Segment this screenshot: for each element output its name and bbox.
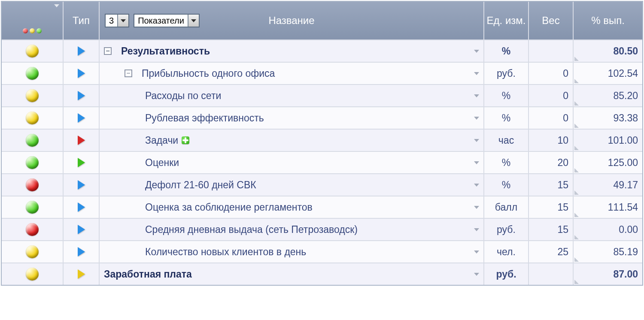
row-name-label: Рублевая эффективность [145, 112, 264, 124]
table-row: Задачичас10101.00 [2, 129, 642, 151]
row-menu-caret-icon[interactable] [474, 161, 479, 164]
type-arrow-icon [78, 180, 85, 190]
pct-value: 85.19 [613, 246, 638, 258]
name-cell[interactable]: Расходы по сети [100, 85, 484, 106]
header-type[interactable]: Тип [64, 2, 100, 39]
row-menu-caret-icon[interactable] [474, 228, 479, 231]
header-weight[interactable]: Вес [529, 2, 574, 39]
type-arrow-icon [78, 247, 85, 257]
row-menu-caret-icon[interactable] [474, 184, 479, 187]
table-row: Оценки%20125.00 [2, 151, 642, 173]
name-cell[interactable]: Дефолт 21-60 дней СВК [100, 174, 484, 196]
resize-handle-icon [574, 57, 579, 61]
unit-label: % [502, 90, 510, 102]
pct-value: 87.00 [613, 269, 638, 280]
row-name-label: Оценки [145, 157, 179, 169]
name-cell[interactable]: Заработная плата [100, 263, 484, 285]
unit-cell: балл [484, 196, 529, 218]
row-name-label: Задачи [145, 134, 178, 147]
resize-handle-icon [574, 146, 579, 150]
pct-value: 93.38 [613, 112, 638, 124]
row-name-label: Результативность [121, 45, 210, 57]
row-name-label: Расходы по сети [145, 90, 221, 102]
set-select[interactable]: Показатели [134, 14, 200, 27]
status-orb-icon [26, 201, 39, 214]
status-cell [2, 107, 64, 129]
row-menu-caret-icon[interactable] [474, 117, 479, 120]
row-name-label: Прибыльность одного офиса [142, 67, 275, 80]
table-row: −Результативность%80.50 [2, 39, 642, 62]
weight-value: 20 [557, 157, 568, 169]
name-cell[interactable]: Оценки [100, 152, 484, 173]
expand-toggle[interactable]: − [125, 69, 132, 77]
pct-cell[interactable]: 0.00 [574, 219, 642, 240]
caret-down-icon [54, 4, 59, 7]
type-cell [64, 241, 100, 263]
traffic-light-icon [23, 28, 42, 33]
weight-cell: 0 [529, 63, 574, 84]
unit-label: чел. [497, 246, 516, 258]
header-unit[interactable]: Ед. изм. [484, 2, 529, 39]
pct-cell[interactable]: 85.19 [574, 241, 642, 263]
weight-value: 15 [557, 224, 568, 235]
pct-cell[interactable]: 85.20 [574, 85, 642, 106]
pct-cell[interactable]: 111.54 [574, 196, 642, 218]
name-cell[interactable]: Количество новых клиентов в день [100, 241, 484, 263]
row-menu-caret-icon[interactable] [474, 251, 479, 254]
resize-handle-icon [574, 257, 579, 262]
unit-label: % [502, 157, 510, 169]
weight-cell: 0 [529, 107, 574, 129]
pct-value: 102.54 [608, 68, 638, 79]
row-menu-caret-icon[interactable] [474, 94, 479, 97]
resize-handle-icon [574, 79, 579, 83]
name-cell[interactable]: Задачи [100, 130, 484, 151]
weight-value: 0 [563, 112, 568, 124]
type-cell [64, 130, 100, 151]
level-select[interactable]: 3 [105, 14, 129, 27]
type-arrow-icon [78, 158, 85, 167]
status-cell [2, 219, 64, 240]
status-cell [2, 85, 64, 106]
resize-handle-icon [574, 190, 579, 195]
row-menu-caret-icon[interactable] [474, 273, 479, 276]
expand-toggle[interactable]: − [104, 47, 112, 55]
unit-cell: % [484, 40, 529, 62]
pct-cell[interactable]: 125.00 [574, 152, 642, 173]
table-row: −Прибыльность одного офисаруб.0102.54 [2, 62, 642, 84]
name-cell[interactable]: −Прибыльность одного офиса [100, 63, 484, 84]
header-status[interactable] [2, 2, 64, 39]
table-header: Тип 3 Показатели Название Ед. изм. Вес %… [2, 2, 642, 39]
weight-cell: 15 [529, 219, 574, 240]
type-cell [64, 196, 100, 218]
status-orb-icon [26, 178, 39, 191]
weight-value: 15 [557, 179, 568, 191]
type-cell [64, 63, 100, 84]
pct-cell[interactable]: 49.17 [574, 174, 642, 196]
row-menu-caret-icon[interactable] [474, 50, 479, 53]
name-cell[interactable]: Оценка за соблюдение регламентов [100, 196, 484, 218]
pct-cell[interactable]: 102.54 [574, 63, 642, 84]
header-pct[interactable]: % вып. [574, 2, 642, 39]
table-row: Средняя дневная выдача (сеть Петрозаводс… [2, 218, 642, 240]
status-cell [2, 196, 64, 218]
weight-cell: 0 [529, 85, 574, 106]
table-row: Оценка за соблюдение регламентовбалл1511… [2, 196, 642, 218]
pct-value: 111.54 [608, 202, 638, 213]
unit-cell: % [484, 174, 529, 196]
row-menu-caret-icon[interactable] [474, 139, 479, 142]
status-orb-icon [26, 67, 39, 80]
pct-cell[interactable]: 87.00 [574, 263, 642, 285]
pct-cell[interactable]: 93.38 [574, 107, 642, 129]
name-cell[interactable]: −Результативность [100, 40, 484, 62]
pct-cell[interactable]: 101.00 [574, 130, 642, 151]
type-cell [64, 219, 100, 240]
row-menu-caret-icon[interactable] [474, 72, 479, 75]
name-cell[interactable]: Рублевая эффективность [100, 107, 484, 129]
pct-value: 101.00 [608, 135, 638, 146]
row-menu-caret-icon[interactable] [474, 206, 479, 209]
status-cell [2, 241, 64, 263]
add-icon[interactable] [182, 136, 189, 144]
pct-cell[interactable]: 80.50 [574, 40, 642, 62]
weight-cell: 15 [529, 196, 574, 218]
name-cell[interactable]: Средняя дневная выдача (сеть Петрозаводс… [100, 219, 484, 240]
